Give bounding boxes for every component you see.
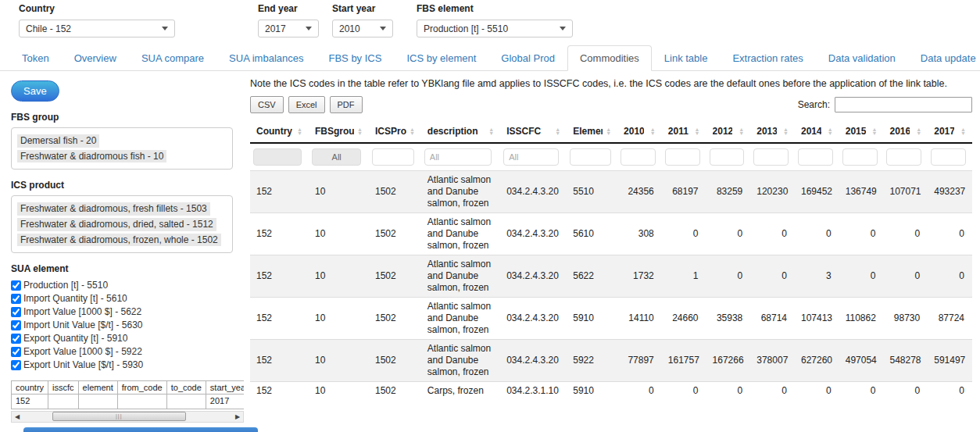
sort-icon[interactable]: ▲▼: [552, 127, 560, 135]
end-year-control: End year 2017: [258, 3, 319, 37]
ics-product-item[interactable]: Freshwater & diadromous, dried, salted -…: [17, 218, 216, 231]
column-filter-2013[interactable]: [753, 148, 789, 166]
column-filter-element[interactable]: [570, 148, 610, 166]
checkbox[interactable]: [11, 347, 21, 357]
column-header-2017[interactable]: 2017▲▼: [928, 120, 972, 143]
column-header-2012[interactable]: 2012▲▼: [706, 120, 751, 143]
tab-ics-by-element[interactable]: ICS by element: [394, 45, 488, 71]
fbs-element-select[interactable]: Production [t] - 5510: [417, 20, 573, 37]
checkbox[interactable]: [11, 334, 21, 344]
checkbox[interactable]: [11, 307, 21, 317]
sort-icon[interactable]: ▲▼: [735, 127, 744, 135]
column-header-country[interactable]: Country▲▼: [250, 120, 309, 143]
column-filter-isscfc[interactable]: [503, 148, 559, 166]
tab-sua-imbalances[interactable]: SUA imbalances: [216, 45, 316, 71]
column-header-2013[interactable]: 2013▲▼: [750, 120, 795, 143]
sua-element-option[interactable]: Import Unit Value [$/t] - 5630: [11, 319, 244, 331]
excel-button[interactable]: Excel: [288, 96, 325, 113]
sua-element-option[interactable]: Production [t] - 5510: [11, 279, 244, 291]
cell-year-2013: 120230: [750, 171, 795, 213]
csv-button[interactable]: CSV: [250, 96, 284, 113]
column-filter-2017[interactable]: [931, 148, 966, 166]
checkbox[interactable]: [11, 280, 21, 291]
sort-icon[interactable]: ▲▼: [692, 127, 700, 135]
link-table-hscrollbar[interactable]: ◀ ||| ▶: [11, 411, 244, 423]
start-year-label: Start year: [332, 3, 393, 14]
sua-element-option[interactable]: Import Quantity [t] - 5610: [11, 292, 244, 305]
sua-element-label: SUA element: [11, 263, 244, 274]
column-filter-2012[interactable]: [710, 148, 745, 166]
column-header-element[interactable]: Element▲▼: [567, 120, 617, 143]
save-button[interactable]: Save: [11, 80, 59, 102]
sort-icon[interactable]: ▲▼: [406, 127, 415, 135]
column-header-icsprod[interactable]: ICSProd▲▼: [369, 120, 421, 143]
tab-fbs-by-ics[interactable]: FBS by ICS: [316, 45, 394, 71]
cell-year-2017: 0: [928, 382, 972, 401]
column-filter-2011[interactable]: [665, 148, 700, 166]
link-table-header: start_year: [206, 381, 244, 395]
search-input[interactable]: [835, 97, 972, 112]
cell-country: 152: [250, 171, 309, 213]
scrollbar-thumb[interactable]: |||: [52, 412, 187, 421]
column-header-isscfc[interactable]: ISSCFC▲▼: [500, 120, 567, 143]
checkbox[interactable]: [11, 360, 21, 370]
sort-icon[interactable]: ▲▼: [294, 127, 302, 135]
ics-product-item[interactable]: Freshwater & diadromous, fresh fillets -…: [17, 202, 210, 216]
column-filter-description[interactable]: [424, 148, 492, 166]
end-year-select[interactable]: 2017: [258, 20, 319, 37]
sort-icon[interactable]: ▲▼: [780, 127, 789, 135]
country-select[interactable]: Chile - 152: [19, 20, 175, 37]
tab-sua-compare[interactable]: SUA compare: [129, 45, 216, 71]
sua-element-option[interactable]: Export Unit Value [$/t] - 5930: [11, 359, 244, 371]
column-filter-icsprod[interactable]: [372, 148, 414, 166]
sua-element-option[interactable]: Import Value [1000 $] - 5622: [11, 305, 244, 318]
scroll-right-icon[interactable]: ▶: [232, 412, 243, 422]
column-header-description[interactable]: description▲▼: [421, 120, 500, 143]
cell-description: Atlantic salmon and Danube salmon, froze…: [421, 298, 500, 340]
sort-icon[interactable]: ▲▼: [354, 127, 363, 135]
tab-extraction-rates[interactable]: Extraction rates: [720, 45, 815, 71]
sua-element-option[interactable]: Export Value [1000 $] - 5922: [11, 345, 244, 358]
scroll-left-icon[interactable]: ◀: [12, 412, 23, 422]
sort-icon[interactable]: ▲▼: [485, 127, 494, 135]
sua-element-option[interactable]: Export Quantity [t] - 5910: [11, 332, 244, 345]
tab-link-table[interactable]: Link table: [652, 45, 721, 71]
start-year-select[interactable]: 2010: [332, 20, 393, 37]
tab-data-validation[interactable]: Data validation: [816, 45, 908, 71]
checkbox[interactable]: [11, 320, 21, 330]
sort-icon[interactable]: ▲▼: [647, 127, 656, 135]
tab-token[interactable]: Token: [9, 45, 62, 71]
table-row: 152101502Atlantic salmon and Danube salm…: [250, 340, 972, 382]
checkbox[interactable]: [11, 294, 21, 304]
sort-icon[interactable]: ▲▼: [869, 127, 878, 135]
ics-product-item[interactable]: Freshwater & diadromous, frozen, whole -…: [17, 234, 221, 247]
tab-global-prod[interactable]: Global Prod: [488, 45, 567, 71]
column-header-label: FBSgroup: [315, 126, 354, 137]
column-header-2011[interactable]: 2011▲▼: [662, 120, 706, 143]
fbs-group-item[interactable]: Freshwater & diadromous fish - 10: [17, 150, 166, 163]
pdf-button[interactable]: PDF: [330, 96, 363, 113]
column-filter-2015[interactable]: [842, 148, 878, 166]
fbs-group-item[interactable]: Demersal fish - 20: [17, 134, 99, 148]
column-header-2014[interactable]: 2014▲▼: [795, 120, 839, 143]
column-filter-2010[interactable]: [621, 148, 656, 166]
column-header-fbsgroup[interactable]: FBSgroup▲▼: [309, 120, 369, 143]
fbs-group-list[interactable]: Demersal fish - 20Freshwater & diadromou…: [11, 127, 233, 170]
ics-product-list[interactable]: Freshwater & diadromous, fresh fillets -…: [11, 195, 233, 253]
column-header-label: 2011: [668, 126, 689, 137]
column-filter-2016[interactable]: [886, 148, 921, 166]
tab-commodities[interactable]: Commodities: [567, 45, 652, 71]
sort-icon[interactable]: ▲▼: [603, 127, 611, 135]
scrollbar-track[interactable]: |||: [23, 412, 232, 422]
sort-icon[interactable]: ▲▼: [824, 127, 833, 135]
cell-year-2012: 0: [706, 255, 751, 298]
tab-data-update[interactable]: Data update: [908, 45, 980, 71]
column-header-2015[interactable]: 2015▲▼: [839, 120, 884, 143]
sort-icon[interactable]: ▲▼: [913, 127, 921, 135]
column-filter-2014[interactable]: [798, 148, 833, 166]
sort-icon[interactable]: ▲▼: [957, 127, 966, 135]
column-header-2016[interactable]: 2016▲▼: [883, 120, 928, 143]
tab-overview[interactable]: Overview: [62, 45, 129, 71]
column-header-2010[interactable]: 2010▲▼: [617, 120, 662, 143]
cell-element: 5922: [567, 340, 617, 382]
